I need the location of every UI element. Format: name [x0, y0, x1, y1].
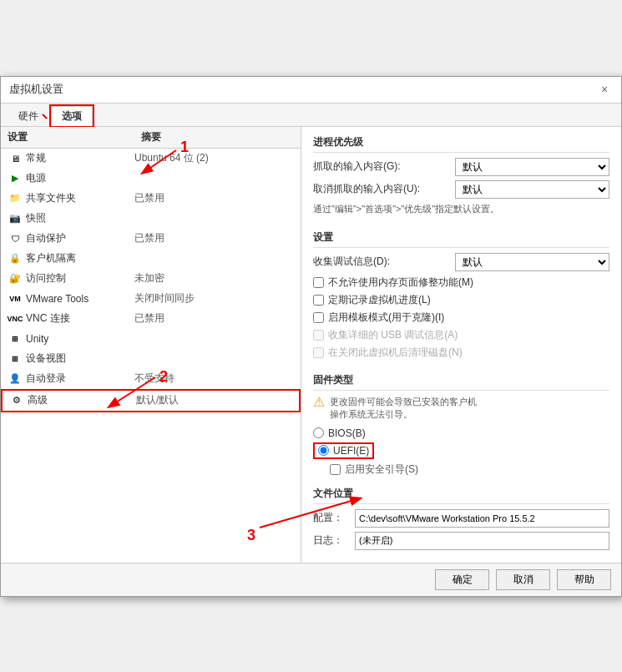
dialog-window: 虚拟机设置 × 硬件 选项 设置 摘要 🖥 常规 Ubuntu 64 位 (2): [0, 76, 622, 597]
template-mode-label: 启用模板模式(用于克隆)(I): [328, 311, 444, 325]
secure-boot-checkbox[interactable]: [330, 464, 341, 475]
debug-label: 收集调试信息(D):: [313, 255, 455, 269]
vnc-summary: 已禁用: [134, 311, 294, 326]
vnc-icon: VNC: [8, 311, 23, 326]
content-area: 设置 摘要 🖥 常规 Ubuntu 64 位 (2) ▶ 电源 📁: [1, 127, 621, 563]
tab-hardware[interactable]: 硬件: [8, 106, 49, 126]
autologin-icon: 👤: [8, 371, 23, 387]
autoprotect-name: 自动保护: [26, 231, 134, 245]
settings-item-guest-isolation[interactable]: 🔒 客户机隔离: [1, 249, 301, 269]
confirm-button[interactable]: 确定: [435, 569, 489, 590]
uncapture-label: 取消抓取的输入内容(U):: [313, 182, 455, 196]
log-progress-row: 定期记录虚拟机进度(L): [313, 293, 609, 307]
autoprotect-icon: 🛡: [8, 231, 23, 246]
process-priority-title: 进程优先级: [313, 135, 609, 153]
settings-item-vnc[interactable]: VNC VNC 连接 已禁用: [1, 309, 301, 329]
clear-disk-checkbox[interactable]: [313, 347, 324, 358]
process-priority-section: 进程优先级 抓取的输入内容(G): 默认 取消抓取的输入内容(U): 默认 通过…: [313, 135, 609, 220]
settings-item-unity[interactable]: ⊞ Unity: [1, 329, 301, 349]
uefi-row: UEFI(E): [313, 442, 374, 459]
close-button[interactable]: ×: [596, 81, 613, 98]
list-header: 设置 摘要: [1, 127, 301, 149]
firmware-title: 固件类型: [313, 373, 609, 391]
col-summary: 摘要: [141, 130, 294, 144]
log-progress-label: 定期记录虚拟机进度(L): [328, 293, 431, 307]
config-row: 配置：: [313, 509, 609, 528]
device-view-icon: ⊞: [8, 351, 23, 366]
tab-options[interactable]: 选项: [51, 106, 93, 126]
config-input[interactable]: [355, 509, 609, 528]
no-memory-trim-label: 不允许使用内存页面修整功能(M): [328, 275, 473, 290]
vmware-tools-icon: VM: [8, 291, 23, 306]
capture-label: 抓取的输入内容(G):: [313, 159, 455, 174]
bios-label: BIOS(B): [328, 427, 366, 439]
general-icon: 🖥: [8, 151, 23, 166]
capture-select[interactable]: 默认: [455, 158, 609, 176]
access-control-summary: 未加密: [134, 271, 294, 285]
debug-select[interactable]: 默认: [455, 253, 609, 271]
settings-item-shared-folders[interactable]: 📁 共享文件夹 已禁用: [1, 189, 301, 209]
dialog-title: 虚拟机设置: [9, 82, 63, 97]
bios-row: BIOS(B): [313, 427, 609, 439]
usb-debug-checkbox[interactable]: [313, 330, 324, 341]
clear-disk-label: 在关闭此虚拟机后清理磁盘(N): [328, 346, 463, 360]
shared-folders-name: 共享文件夹: [26, 191, 134, 205]
settings-item-device-view[interactable]: ⊞ 设备视图: [1, 349, 301, 369]
no-memory-trim-checkbox[interactable]: [313, 277, 324, 288]
autologin-name: 自动登录: [26, 371, 134, 386]
access-control-icon: 🔐: [8, 271, 23, 286]
autoprotect-summary: 已禁用: [134, 231, 294, 245]
device-view-name: 设备视图: [26, 351, 134, 366]
log-input[interactable]: [355, 532, 609, 550]
advanced-icon: ⚙: [9, 393, 24, 408]
settings-item-vmware-tools[interactable]: VM VMware Tools 关闭时间同步: [1, 289, 301, 309]
col-settings: 设置: [8, 130, 141, 144]
settings-item-autologin[interactable]: 👤 自动登录 不受支持: [1, 369, 301, 389]
priority-desc: 通过"编辑">"首选项">"优先级"指定默认设置。: [313, 203, 609, 215]
tab-bar: 硬件 选项: [1, 104, 621, 127]
template-mode-checkbox[interactable]: [313, 312, 324, 323]
settings-item-autoprotect[interactable]: 🛡 自动保护 已禁用: [1, 229, 301, 249]
template-mode-row: 启用模板模式(用于克隆)(I): [313, 311, 609, 325]
unity-name: Unity: [26, 333, 134, 345]
general-name: 常规: [26, 151, 134, 165]
secure-boot-row: 启用安全引导(S): [330, 462, 609, 477]
log-label: 日志：: [313, 533, 355, 548]
unity-icon: ⊞: [8, 331, 23, 346]
uncapture-select[interactable]: 默认: [455, 180, 609, 199]
settings-list: 🖥 常规 Ubuntu 64 位 (2) ▶ 电源 📁 共享文件夹 已禁用: [1, 149, 301, 563]
usb-debug-row: 收集详细的 USB 调试信息(A): [313, 328, 609, 342]
settings-item-advanced[interactable]: ⚙ 高级 默认/默认: [1, 389, 301, 412]
snapshot-icon: 📷: [8, 211, 23, 226]
settings-title: 设置: [313, 230, 609, 248]
vmware-tools-summary: 关闭时间同步: [134, 291, 294, 306]
cancel-button[interactable]: 取消: [496, 569, 550, 590]
warning-icon: ⚠: [313, 396, 325, 409]
general-summary: Ubuntu 64 位 (2): [134, 151, 294, 165]
clear-disk-row: 在关闭此虚拟机后清理磁盘(N): [313, 346, 609, 360]
vnc-name: VNC 连接: [26, 311, 134, 326]
snapshot-name: 快照: [26, 211, 134, 225]
settings-item-general[interactable]: 🖥 常规 Ubuntu 64 位 (2): [1, 149, 301, 169]
log-row: 日志：: [313, 532, 609, 550]
config-label: 配置：: [313, 511, 355, 525]
uefi-radio[interactable]: [318, 445, 329, 456]
autologin-summary: 不受支持: [134, 371, 294, 386]
footer: 确定 取消 帮助: [1, 563, 621, 596]
advanced-name: 高级: [28, 393, 136, 407]
firmware-section: 固件类型 ⚠ 更改固件可能会导致已安装的客户机 操作系统无法引导。 BIOS(B…: [313, 373, 609, 477]
bios-radio[interactable]: [313, 427, 324, 438]
help-button[interactable]: 帮助: [557, 569, 611, 590]
access-control-name: 访问控制: [26, 271, 134, 285]
guest-isolation-name: 客户机隔离: [26, 251, 134, 265]
title-bar: 虚拟机设置 ×: [1, 77, 621, 104]
settings-item-access-control[interactable]: 🔐 访问控制 未加密: [1, 269, 301, 289]
settings-item-snapshot[interactable]: 📷 快照: [1, 209, 301, 229]
usb-debug-label: 收集详细的 USB 调试信息(A): [328, 328, 458, 342]
file-location-section: 文件位置 配置： 日志：: [313, 487, 609, 554]
firmware-warning: ⚠ 更改固件可能会导致已安装的客户机 操作系统无法引导。: [313, 396, 609, 421]
log-progress-checkbox[interactable]: [313, 295, 324, 306]
firmware-warning-text: 更改固件可能会导致已安装的客户机 操作系统无法引导。: [330, 396, 477, 421]
guest-isolation-icon: 🔒: [8, 251, 23, 266]
settings-item-power[interactable]: ▶ 电源: [1, 169, 301, 189]
